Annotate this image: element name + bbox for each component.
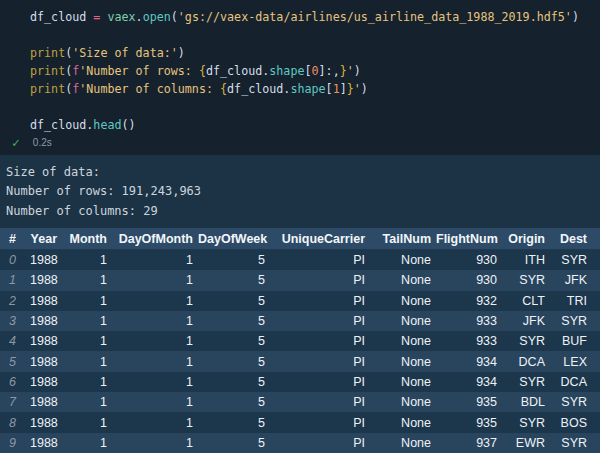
table-cell: PI bbox=[270, 334, 370, 348]
table-cell: None bbox=[370, 375, 436, 389]
table-cell: 5 bbox=[198, 436, 270, 450]
table-cell: ITH bbox=[502, 253, 550, 267]
table-cell: 933 bbox=[436, 334, 502, 348]
table-cell: 937 bbox=[436, 436, 502, 450]
code-line[interactable] bbox=[30, 26, 600, 44]
table-cell: None bbox=[370, 355, 436, 369]
table-cell: 934 bbox=[436, 355, 502, 369]
table-cell: 1988 bbox=[30, 436, 62, 450]
table-cell: 930 bbox=[436, 253, 502, 267]
table-cell: SYR bbox=[550, 395, 592, 409]
code-line[interactable]: print(f'Number of rows: {df_cloud.shape[… bbox=[30, 62, 600, 80]
table-cell: 1988 bbox=[30, 334, 62, 348]
table-cell: 1 bbox=[62, 436, 112, 450]
dataframe-table: #YearMonthDayOfMonthDayOfWeekUniqueCarri… bbox=[0, 228, 600, 453]
table-cell: None bbox=[370, 334, 436, 348]
table-cell: 5 bbox=[198, 355, 270, 369]
table-cell: 2 bbox=[0, 294, 30, 308]
table-header-row: #YearMonthDayOfMonthDayOfWeekUniqueCarri… bbox=[0, 228, 600, 250]
table-cell: None bbox=[370, 436, 436, 450]
table-cell: 1 bbox=[62, 294, 112, 308]
table-cell: 1 bbox=[112, 375, 198, 389]
table-cell: PI bbox=[270, 355, 370, 369]
table-cell: PI bbox=[270, 314, 370, 328]
table-cell: SYR bbox=[502, 416, 550, 430]
column-header: DayOfWeek bbox=[198, 232, 270, 246]
table-cell: 5 bbox=[198, 273, 270, 287]
table-cell: 1988 bbox=[30, 273, 62, 287]
table-cell: 1 bbox=[112, 416, 198, 430]
table-row: 41988115PINone933SYRBUF bbox=[0, 331, 600, 351]
table-cell: None bbox=[370, 253, 436, 267]
table-cell: 1 bbox=[62, 416, 112, 430]
table-cell: 1 bbox=[112, 334, 198, 348]
column-header: FlightNum bbox=[436, 232, 502, 246]
execution-time: 0.2s bbox=[33, 137, 52, 148]
table-cell: 934 bbox=[436, 375, 502, 389]
table-cell: JFK bbox=[550, 273, 592, 287]
column-header: UniqueCarrier bbox=[270, 232, 370, 246]
table-cell: 1988 bbox=[30, 375, 62, 389]
table-cell: PI bbox=[270, 253, 370, 267]
table-row: 91988115PINone937EWRSYR bbox=[0, 433, 600, 453]
table-cell: 1988 bbox=[30, 253, 62, 267]
table-cell: CLT bbox=[502, 294, 550, 308]
table-cell: 1 bbox=[112, 395, 198, 409]
table-cell: 0 bbox=[0, 253, 30, 267]
table-cell: 5 bbox=[198, 395, 270, 409]
table-cell: 1 bbox=[62, 375, 112, 389]
table-row: 71988115PINone935BDLSYR bbox=[0, 392, 600, 412]
code-line[interactable]: df_cloud.head() bbox=[30, 116, 600, 134]
table-cell: 6 bbox=[0, 375, 30, 389]
table-cell: 932 bbox=[436, 294, 502, 308]
table-cell: JFK bbox=[502, 314, 550, 328]
table-cell: 1 bbox=[62, 253, 112, 267]
table-cell: None bbox=[370, 416, 436, 430]
table-cell: BOS bbox=[550, 416, 592, 430]
table-cell: DCA bbox=[550, 375, 592, 389]
code-line[interactable]: print('Size of data:') bbox=[30, 44, 600, 62]
table-cell: 935 bbox=[436, 416, 502, 430]
table-row: 11988115PINone930SYRJFK bbox=[0, 270, 600, 290]
column-header: Year bbox=[30, 232, 62, 246]
table-cell: 5 bbox=[198, 314, 270, 328]
stdout-text: Size of data:Number of rows: 191,243,963… bbox=[0, 155, 600, 221]
cell-status-row: ✓ 0.2s bbox=[12, 135, 52, 150]
table-cell: 1 bbox=[62, 355, 112, 369]
table-cell: SYR bbox=[502, 273, 550, 287]
table-cell: 1 bbox=[0, 273, 30, 287]
table-cell: SYR bbox=[550, 314, 592, 328]
table-cell: DCA bbox=[502, 355, 550, 369]
table-cell: SYR bbox=[550, 253, 592, 267]
table-cell: SYR bbox=[502, 334, 550, 348]
table-row: 31988115PINone933JFKSYR bbox=[0, 311, 600, 331]
table-cell: None bbox=[370, 314, 436, 328]
stdout-line: Size of data: bbox=[6, 163, 600, 182]
column-header: TailNum bbox=[370, 232, 436, 246]
table-cell: PI bbox=[270, 395, 370, 409]
code-cell[interactable]: df_cloud = vaex.open('gs://vaex-data/air… bbox=[0, 0, 600, 155]
code-line[interactable]: print(f'Number of columns: {df_cloud.sha… bbox=[30, 80, 600, 98]
table-row: 61988115PINone934SYRDCA bbox=[0, 372, 600, 392]
table-cell: 1 bbox=[62, 314, 112, 328]
code-editor[interactable]: df_cloud = vaex.open('gs://vaex-data/air… bbox=[0, 0, 600, 134]
code-line[interactable] bbox=[30, 98, 600, 116]
table-cell: 1988 bbox=[30, 294, 62, 308]
table-cell: PI bbox=[270, 375, 370, 389]
column-header: Origin bbox=[502, 232, 550, 246]
success-check-icon: ✓ bbox=[12, 135, 20, 150]
table-cell: 5 bbox=[198, 334, 270, 348]
table-cell: 1 bbox=[112, 314, 198, 328]
table-cell: SYR bbox=[502, 375, 550, 389]
table-cell: 1 bbox=[112, 355, 198, 369]
code-line[interactable]: df_cloud = vaex.open('gs://vaex-data/air… bbox=[30, 8, 600, 26]
table-cell: 8 bbox=[0, 416, 30, 430]
table-cell: 5 bbox=[198, 253, 270, 267]
table-cell: 5 bbox=[0, 355, 30, 369]
table-cell: 935 bbox=[436, 395, 502, 409]
table-cell: 1 bbox=[112, 253, 198, 267]
table-cell: 1988 bbox=[30, 416, 62, 430]
table-cell: BUF bbox=[550, 334, 592, 348]
table-cell: 5 bbox=[198, 416, 270, 430]
table-cell: 1 bbox=[112, 273, 198, 287]
